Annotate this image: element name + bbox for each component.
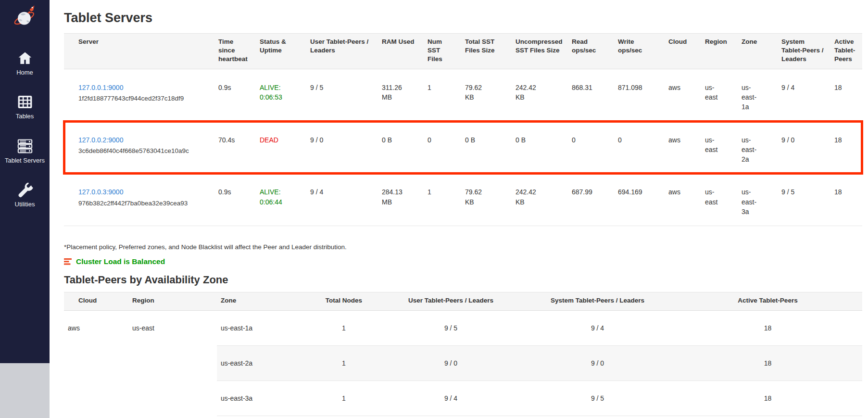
num-sst-cell: 0 — [424, 121, 461, 174]
tablet-servers-table: Server Time since heartbeat Status & Upt… — [64, 33, 862, 226]
col-header-heartbeat: Time since heartbeat — [214, 34, 256, 69]
col-header-total-nodes: Total Nodes — [308, 292, 380, 310]
col-header-active-peers: Active Tablet-Peers — [830, 34, 862, 69]
status-cell: DEAD — [256, 121, 306, 174]
zones-section-title: Tablet-Peers by Availability Zone — [64, 274, 862, 286]
read-ops-cell: 0 — [568, 121, 614, 174]
tables-icon — [17, 94, 33, 110]
balance-status-text: Cluster Load is Balanced — [76, 257, 165, 266]
cloud-cell: aws — [665, 69, 701, 121]
user-peers-cell: 9 / 5 — [306, 69, 378, 121]
write-ops-cell: 0 — [614, 121, 665, 174]
zone-cell: us-east-2a — [738, 121, 778, 174]
sidebar-item-label: Utilities — [15, 201, 35, 208]
cloud-cell: aws — [64, 310, 128, 416]
num-sst-cell: 1 — [424, 69, 461, 121]
num-sst-cell: 1 — [424, 174, 461, 226]
sidebar-item-tables[interactable]: Tables — [0, 94, 50, 120]
write-ops-cell: 871.098 — [614, 69, 665, 121]
user-peers-cell: 9 / 4 — [306, 174, 378, 226]
sidebar-item-utilities[interactable]: Utilities — [0, 182, 50, 208]
server-address-link[interactable]: 127.0.0.2:9000 — [78, 136, 123, 144]
cluster-balance-status: Cluster Load is Balanced — [64, 257, 862, 266]
col-header-region: Region — [128, 292, 217, 310]
zone-cell: us-east-2a — [217, 345, 308, 380]
col-header-ram: RAM Used — [378, 34, 424, 69]
heartbeat-cell: 0.9s — [214, 69, 256, 121]
zone-cell: us-east-3a — [738, 174, 778, 226]
ram-cell: 284.13 MB — [378, 174, 424, 226]
uncompressed-sst-cell: 242.42 KB — [512, 174, 568, 226]
sidebar-item-label: Home — [16, 69, 33, 76]
uncompressed-sst-cell: 242.42 KB — [512, 69, 568, 121]
zone-cell: us-east-1a — [738, 69, 778, 121]
sidebar-item-home[interactable]: Home — [0, 50, 50, 76]
sidebar-item-tablet-servers[interactable]: Tablet Servers — [0, 138, 50, 164]
col-header-zone: Zone — [217, 292, 308, 310]
home-icon — [17, 50, 33, 66]
user-peers-cell: 9 / 4 — [380, 381, 522, 416]
active-peers-cell: 18 — [673, 310, 862, 345]
tablet-peers-by-zone-table: Cloud Region Zone Total Nodes User Table… — [64, 292, 862, 416]
system-peers-cell: 9 / 0 — [778, 121, 830, 174]
col-header-user-peers: User Tablet-Peers / Leaders — [380, 292, 522, 310]
server-address-link[interactable]: 127.0.0.1:9000 — [78, 84, 123, 91]
total-sst-cell: 79.62 KB — [461, 69, 512, 121]
server-cell: 127.0.0.3:9000 976b382c2ff442f7ba0bea32e… — [64, 174, 214, 226]
server-uuid: 976b382c2ff442f7ba0bea32e39cea93 — [78, 199, 211, 208]
system-peers-cell: 9 / 0 — [522, 345, 673, 380]
active-peers-cell: 18 — [830, 121, 862, 174]
server-address-link[interactable]: 127.0.0.3:9000 — [78, 188, 123, 196]
sidebar-item-label: Tables — [16, 113, 34, 120]
system-peers-cell: 9 / 4 — [522, 310, 673, 345]
zone-cell: us-east-3a — [217, 381, 308, 416]
cloud-cell: aws — [665, 121, 701, 174]
user-peers-cell: 9 / 0 — [306, 121, 378, 174]
ram-cell: 311.26 MB — [378, 69, 424, 121]
server-row-dead-highlighted: 127.0.0.2:9000 3c6deb86f40c4f668e5763041… — [64, 121, 862, 174]
balance-bars-icon — [64, 258, 72, 266]
region-cell: us-east — [128, 310, 217, 416]
zone-cell: us-east-1a — [217, 310, 308, 345]
read-ops-cell: 868.31 — [568, 69, 614, 121]
page-title: Tablet Servers — [64, 11, 862, 25]
server-row: 127.0.0.1:9000 1f2fd188777643cf944ced2f3… — [64, 69, 862, 121]
server-cell: 127.0.0.1:9000 1f2fd188777643cf944ced2f3… — [64, 69, 214, 121]
col-header-region: Region — [701, 34, 738, 69]
col-header-write-ops: Write ops/sec — [614, 34, 665, 69]
active-peers-cell: 18 — [830, 174, 862, 226]
servers-header-row: Server Time since heartbeat Status & Upt… — [64, 34, 862, 69]
zone-row: aws us-east us-east-1a 1 9 / 5 9 / 4 18 — [64, 310, 862, 345]
uptime-text: 0:06:44 — [260, 197, 302, 207]
region-cell: us-east — [701, 174, 738, 226]
heartbeat-cell: 0.9s — [214, 174, 256, 226]
col-header-zone: Zone — [738, 34, 778, 69]
col-header-user-peers: User Tablet-Peers / Leaders — [306, 34, 378, 69]
col-header-system-peers: System Tablet-Peers / Leaders — [778, 34, 830, 69]
total-sst-cell: 79.62 KB — [461, 174, 512, 226]
server-cell: 127.0.0.2:9000 3c6deb86f40c4f668e5763041… — [64, 121, 214, 174]
ram-cell: 0 B — [378, 121, 424, 174]
uncompressed-sst-cell: 0 B — [512, 121, 568, 174]
col-header-num-sst: Num SST Files — [424, 34, 461, 69]
yugabyte-logo-icon[interactable] — [11, 4, 39, 29]
active-peers-cell: 18 — [673, 381, 862, 416]
utilities-wrench-icon — [17, 182, 33, 198]
status-text: ALIVE: — [260, 83, 302, 92]
sidebar-nav: Home Tables — [0, 0, 50, 363]
status-cell: ALIVE: 0:06:53 — [256, 69, 306, 121]
user-peers-cell: 9 / 0 — [380, 345, 522, 380]
col-header-total-sst: Total SST Files Size — [461, 34, 512, 69]
read-ops-cell: 687.99 — [568, 174, 614, 226]
col-header-status: Status & Uptime — [256, 34, 306, 69]
placement-policy-footnote: *Placement policy, Preferred zones, and … — [64, 243, 862, 251]
uptime-text: 0:06:53 — [260, 92, 302, 102]
system-peers-cell: 9 / 5 — [522, 381, 673, 416]
sidebar-menu: Home Tables — [0, 50, 50, 226]
status-cell: ALIVE: 0:06:44 — [256, 174, 306, 226]
heartbeat-cell: 70.4s — [214, 121, 256, 174]
region-cell: us-east — [701, 121, 738, 174]
tablet-servers-icon — [17, 138, 33, 154]
active-peers-cell: 18 — [673, 345, 862, 380]
sidebar-item-label: Tablet Servers — [5, 157, 45, 164]
